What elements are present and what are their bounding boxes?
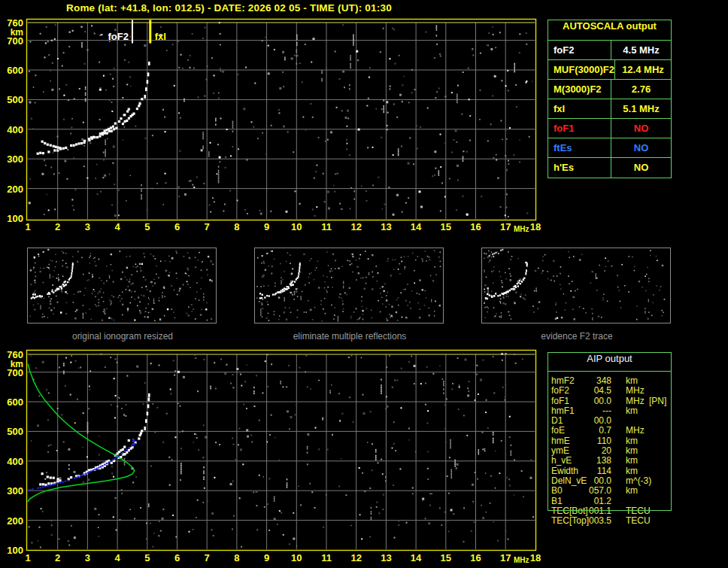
autoscala-param: foF2 — [548, 41, 611, 59]
autoscala-param: h'Es — [548, 158, 611, 178]
x-axis-unit-label: MHz — [514, 556, 529, 564]
plot-grid — [28, 23, 535, 220]
plot-grid — [28, 354, 535, 550]
y-tick-label: 200 — [1, 515, 23, 527]
x-tick-label: 16 — [466, 552, 486, 563]
x-tick-label: 7 — [197, 221, 217, 232]
thumbnail-original-ionogram — [27, 248, 217, 323]
f2-traces — [27, 364, 150, 503]
x-tick-label: 10 — [287, 221, 306, 232]
x-tick-label: 4 — [108, 221, 127, 232]
aip-value: 003.5 — [571, 516, 611, 526]
x-tick-label: 17 — [496, 552, 515, 563]
x-tick-label: 2 — [48, 221, 68, 232]
plot-frame — [27, 20, 536, 220]
y-tick-label: 100 — [1, 545, 23, 556]
autoscala-value: NO — [611, 138, 671, 157]
bottom-ionogram-plot — [27, 351, 536, 551]
y-tick-label: 200 — [1, 184, 23, 195]
x-tick-label: 9 — [257, 221, 277, 232]
x-tick-label: 4 — [108, 552, 127, 563]
x-tick-label: 11 — [317, 221, 336, 232]
x-tick-label: 5 — [138, 552, 157, 563]
autoscala-value: 5.1 MHz — [611, 99, 671, 118]
autoscala-table-title: AUTOSCALA output — [548, 20, 671, 41]
y-axis-unit-label: km — [1, 27, 23, 38]
top-ionogram-plot: foF2fxI — [27, 20, 536, 220]
autoscala-param: ftEs — [548, 138, 611, 157]
plot-noise — [29, 353, 534, 548]
y-tick-label: 100 — [1, 213, 23, 224]
aip-table-title: AIP output — [548, 353, 671, 372]
autoscala-param: fxI — [548, 99, 611, 118]
autoscala-row: M(3000)F22.76 — [548, 80, 671, 99]
autoscala-row: foF1NO — [548, 119, 671, 138]
autoscala-row: MUF(3000)F212.4 MHz — [548, 60, 671, 80]
autoscala-value: 12.4 MHz — [615, 60, 671, 79]
autoscala-row: ftEsNO — [548, 138, 671, 158]
x-tick-label: 12 — [347, 552, 366, 563]
aip-unit: TECU — [626, 516, 651, 526]
x-tick-label: 8 — [227, 221, 247, 232]
x-tick-label: 2 — [48, 552, 68, 563]
aip-row: TEC[Top]003.5TECU — [551, 516, 679, 526]
autoscala-param: MUF(3000)F2 — [548, 60, 615, 79]
y-tick-label: 500 — [1, 94, 23, 105]
x-tick-label: 5 — [138, 221, 157, 232]
x-tick-label: 3 — [77, 221, 97, 232]
autoscala-output-table: AUTOSCALA output foF24.5 MHzMUF(3000)F21… — [548, 20, 672, 178]
thumbnail-evidence-f2 — [481, 248, 671, 323]
x-tick-label: 11 — [317, 552, 336, 563]
x-tick-label: 14 — [406, 552, 426, 563]
autoscala-value: NO — [611, 158, 671, 178]
x-tick-label: 6 — [168, 221, 187, 232]
thumbnail-eliminate-reflections — [254, 248, 444, 323]
y-tick-label: 600 — [1, 65, 23, 76]
x-tick-label: 12 — [347, 221, 366, 232]
thumbnail-caption-2: eliminate multiple reflections — [259, 331, 440, 342]
thumbnail-canvas — [28, 248, 216, 323]
y-axis-unit-label: km — [1, 359, 23, 369]
y-tick-label: 400 — [1, 456, 23, 467]
x-tick-label: 13 — [376, 552, 396, 563]
x-tick-label: 13 — [376, 221, 396, 232]
autoscala-value: 2.76 — [611, 80, 671, 99]
autoscala-row: h'EsNO — [548, 158, 671, 178]
thumbnail-caption-3: evidence F2 trace — [487, 331, 667, 342]
autoscala-param: M(3000)F2 — [548, 80, 611, 99]
x-tick-label: 17 — [496, 221, 515, 232]
autoscala-param: foF1 — [548, 119, 611, 138]
thumbnail-canvas — [255, 248, 443, 323]
aip-output-table: AIP output — [548, 352, 672, 511]
x-tick-label: 15 — [436, 552, 456, 563]
x-tick-label: 14 — [406, 221, 426, 232]
x-tick-label: 16 — [466, 221, 486, 232]
plot-noise — [29, 22, 533, 217]
autoscala-window: Rome (lat: +41.8, lon: 012.5) - DATE: 20… — [0, 0, 728, 568]
x-tick-label: 3 — [77, 552, 97, 563]
x-tick-label: 6 — [168, 552, 187, 563]
y-tick-label: 500 — [1, 426, 23, 437]
thumbnail-caption-1: original ionogram resized — [32, 331, 213, 342]
x-tick-label: 9 — [257, 552, 277, 563]
autoscala-value: 4.5 MHz — [611, 41, 671, 59]
x-tick-label: 15 — [436, 221, 456, 232]
autoscala-row: fxI5.1 MHz — [548, 99, 671, 119]
fxi-marker-label: fxI — [155, 31, 166, 42]
autoscala-row: foF24.5 MHz — [548, 41, 671, 60]
x-tick-label: 7 — [197, 552, 217, 563]
y-tick-label: 400 — [1, 124, 23, 135]
x-tick-label: 10 — [287, 552, 306, 563]
thumbnail-canvas — [482, 248, 670, 323]
x-tick-label: 8 — [227, 552, 247, 563]
y-tick-label: 600 — [1, 396, 23, 408]
y-tick-label: 300 — [1, 153, 23, 165]
y-tick-label: 300 — [1, 485, 23, 497]
fof2-marker-label: foF2 — [108, 31, 128, 42]
x-axis-unit-label: MHz — [514, 225, 529, 233]
autoscala-value: NO — [611, 119, 671, 138]
